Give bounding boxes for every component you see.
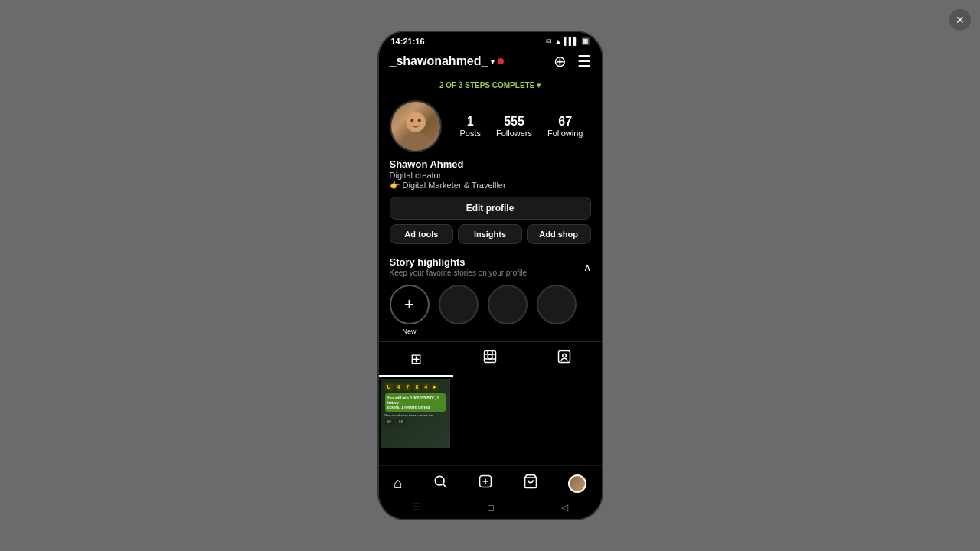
screen: 14:21:16 ✉ ▲ ▌▌▌ 🔲 _shawonahmed_ ▾ ⊕ ☰ (379, 32, 602, 519)
phone-frame: 14:21:16 ✉ ▲ ▌▌▌ 🔲 _shawonahmed_ ▾ ⊕ ☰ (377, 31, 603, 520)
post-body-text: Play sound when timer runs out one (385, 413, 446, 417)
posts-label: Posts (459, 129, 481, 138)
system-nav: ☰ ◻ ◁ (379, 497, 602, 519)
highlight-item-3[interactable] (537, 285, 577, 324)
highlight-item-2[interactable] (488, 285, 528, 324)
home-button[interactable]: ◻ (478, 500, 504, 514)
svg-point-4 (417, 119, 420, 122)
content-tabs: ⊞ (379, 341, 602, 377)
notification-dot (498, 58, 504, 64)
svg-point-12 (563, 354, 567, 357)
num-4b: 4 (422, 383, 430, 391)
header-icons: ⊕ ☰ (554, 52, 591, 70)
username-label: _shawonahmed_ (390, 54, 488, 68)
story-highlights: Story highlights Keep your favorite stor… (379, 250, 602, 341)
steps-banner[interactable]: 2 OF 3 STEPS COMPLETE ▾ (379, 75, 602, 96)
close-icon: ✕ (956, 15, 965, 25)
profile-buttons: Edit profile Ad tools Insights Add shop (390, 197, 591, 244)
search-icon (433, 474, 448, 493)
wifi-icon: ▲ (554, 37, 561, 45)
profile-section: 1 Posts 555 Followers 67 Following Sh (379, 96, 602, 250)
insights-button[interactable]: Insights (458, 224, 522, 244)
signal-icon: ▌▌▌ (564, 37, 578, 45)
post-nums-row: 59 55 (385, 419, 446, 425)
highlights-subtitle: Keep your favorite stories on your profi… (390, 269, 528, 277)
profile-top: 1 Posts 555 Followers 67 Following (390, 100, 591, 152)
highlight-item-1[interactable] (439, 285, 479, 324)
new-highlight-circle[interactable]: + (390, 285, 430, 324)
svg-line-14 (443, 484, 447, 488)
new-highlight-label: New (402, 328, 416, 335)
nav-home[interactable]: ⌂ (387, 473, 409, 494)
nav-shop[interactable] (517, 472, 544, 494)
username-row: _shawonahmed_ ▾ (390, 54, 505, 68)
grid-icon: ⊞ (410, 350, 422, 367)
message-icon: ✉ (546, 37, 552, 45)
back-button[interactable]: ◁ (552, 500, 577, 514)
nav-avatar (568, 474, 586, 493)
steps-text: 2 OF 3 STEPS COMPLETE ▾ (439, 81, 541, 90)
highlight-circle-1[interactable] (439, 285, 479, 324)
followers-label: Followers (496, 129, 532, 138)
add-post-icon[interactable]: ⊕ (554, 52, 567, 70)
highlight-circle-2[interactable] (488, 285, 528, 324)
svg-rect-5 (485, 351, 496, 363)
post-num-1: 59 (385, 419, 394, 425)
posts-count: 1 (467, 115, 474, 129)
menu-button[interactable]: ☰ (403, 500, 430, 514)
post-num-2: 55 (397, 419, 406, 425)
reels-icon (483, 350, 497, 367)
action-buttons-row: Ad tools Insights Add shop (390, 224, 591, 244)
status-icons: ✉ ▲ ▌▌▌ 🔲 (546, 37, 589, 45)
nav-search[interactable] (426, 472, 454, 494)
posts-stat[interactable]: 1 Posts (459, 115, 481, 138)
svg-point-1 (401, 132, 430, 152)
svg-point-3 (410, 119, 413, 122)
close-button[interactable]: ✕ (949, 9, 971, 31)
new-highlight-item[interactable]: + New (390, 285, 430, 335)
nav-profile[interactable] (562, 473, 593, 494)
avatar[interactable] (390, 100, 442, 152)
home-icon: ⌂ (394, 474, 403, 492)
highlights-collapse-icon[interactable]: ∧ (583, 261, 591, 273)
highlights-header: Story highlights Keep your favorite stor… (390, 256, 591, 277)
avatar-image (391, 102, 440, 151)
highlights-title: Story highlights (390, 256, 528, 268)
following-stat[interactable]: 67 Following (547, 115, 583, 138)
profile-header: _shawonahmed_ ▾ ⊕ ☰ (379, 49, 602, 75)
num-x: ▸ (431, 383, 439, 391)
bottom-nav: ⌂ (379, 465, 602, 497)
post-green-text2: tickets, 1 reward period (387, 405, 443, 409)
username-dropdown-icon[interactable]: ▾ (491, 57, 495, 66)
tab-tagged[interactable] (528, 342, 602, 377)
tagged-icon (557, 350, 571, 367)
profile-name: Shawon Ahmed (390, 158, 591, 170)
num-8: 8 (413, 383, 420, 391)
num-4: 4 (395, 383, 403, 391)
profile-bio1: Digital creator (390, 171, 591, 180)
post-item-1[interactable]: U 4 7 8 4 ▸ You will win 0.000055 BTC, 1… (381, 379, 450, 448)
tab-grid[interactable]: ⊞ (379, 342, 453, 377)
followers-count: 555 (504, 115, 524, 129)
followers-stat[interactable]: 555 Followers (496, 115, 532, 138)
edit-profile-button[interactable]: Edit profile (390, 197, 591, 220)
post-green-text: You will win 0.000055 BTC, 1 lottery (387, 396, 443, 405)
highlight-circle-3[interactable] (537, 285, 577, 324)
num-7: 7 (403, 383, 411, 391)
plus-icon: + (404, 296, 414, 313)
ad-tools-button[interactable]: Ad tools (390, 224, 454, 244)
shop-icon (523, 474, 538, 493)
add-icon (478, 474, 493, 493)
menu-icon[interactable]: ☰ (577, 52, 591, 70)
add-shop-button[interactable]: Add shop (527, 224, 591, 244)
battery-icon: 🔲 (581, 37, 590, 45)
post-green-area: You will win 0.000055 BTC, 1 lottery tic… (385, 393, 446, 412)
post-thumbnail: U 4 7 8 4 ▸ You will win 0.000055 BTC, 1… (381, 379, 450, 448)
highlights-title-group: Story highlights Keep your favorite stor… (390, 256, 528, 277)
following-count: 67 (558, 115, 572, 129)
highlights-row: + New (390, 285, 591, 335)
nav-add[interactable] (472, 472, 499, 494)
tab-reels[interactable] (453, 342, 528, 377)
svg-point-13 (435, 476, 444, 485)
content-grid: U 4 7 8 4 ▸ You will win 0.000055 BTC, 1… (379, 377, 602, 465)
